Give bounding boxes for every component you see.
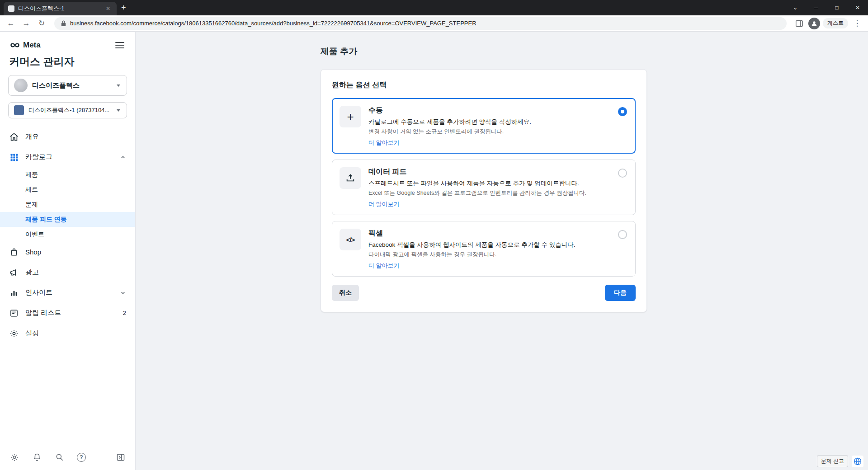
sidebar-item-label: 개요 bbox=[25, 132, 39, 141]
avatar bbox=[808, 18, 820, 29]
address-bar[interactable]: business.facebook.com/commerce/catalogs/… bbox=[54, 17, 787, 30]
browser-toolbar: ← → ↻ business.facebook.com/commerce/cat… bbox=[0, 15, 868, 32]
option-recommendation: 변경 사항이 거의 없는 소규모 인벤토리에 권장됩니다. bbox=[368, 128, 611, 136]
grid-icon bbox=[9, 152, 19, 162]
profile-chip[interactable]: 게스트 bbox=[808, 18, 848, 29]
profile-label: 게스트 bbox=[823, 18, 848, 28]
code-glyph: </> bbox=[346, 236, 355, 244]
card-title: 원하는 옵션 선택 bbox=[332, 80, 636, 90]
notifications-list-icon bbox=[9, 308, 19, 318]
cancel-button[interactable]: 취소 bbox=[332, 285, 359, 301]
sidebar-nav: 개요 카탈로그 제품 세트 문제 제품 피드 연동 이벤트 Shop 광고 bbox=[0, 127, 135, 343]
sidebar-item-notifications[interactable]: 알림 리스트 2 bbox=[0, 303, 135, 323]
tab-favicon bbox=[8, 5, 14, 12]
sidebar-item-sets[interactable]: 세트 bbox=[0, 182, 135, 197]
meta-infinity-icon bbox=[9, 42, 21, 49]
sidebar: Meta 커머스 관리자 디스이즈플렉스 디스이즈플렉스-1 (28737104… bbox=[0, 32, 136, 470]
sidebar-item-insights[interactable]: 인사이트 bbox=[0, 282, 135, 303]
report-problem-button[interactable]: 문제 신고 bbox=[817, 455, 848, 467]
business-name: 디스이즈플렉스 bbox=[32, 81, 111, 90]
learn-more-link[interactable]: 더 알아보기 bbox=[368, 262, 400, 269]
plus-icon: + bbox=[340, 106, 361, 127]
option-manual[interactable]: + 수동 카탈로그에 수동으로 제품을 추가하려면 양식을 작성하세요. 변경 … bbox=[332, 98, 636, 154]
sidebar-item-shop[interactable]: Shop bbox=[0, 242, 135, 262]
option-data-feed[interactable]: 데이터 피드 스프레드시트 또는 파일을 사용하여 제품을 자동으로 추가 및 … bbox=[332, 160, 636, 215]
meta-logo: Meta bbox=[9, 41, 41, 50]
catalog-selector[interactable]: 디스이즈플렉스-1 (28737104... bbox=[8, 102, 127, 118]
option-description: 카탈로그에 수동으로 제품을 추가하려면 양식을 작성하세요. bbox=[368, 118, 611, 126]
sidebar-item-label: 인사이트 bbox=[25, 288, 52, 297]
new-tab-button[interactable]: + bbox=[117, 2, 131, 14]
main-content: 제품 추가 원하는 옵션 선택 + 수동 카탈로그에 수동으로 제품을 추가하려… bbox=[136, 32, 868, 470]
sidebar-item-products[interactable]: 제품 bbox=[0, 167, 135, 182]
chevron-down-icon bbox=[120, 290, 126, 296]
meta-brand-text: Meta bbox=[23, 41, 41, 50]
collapse-panel-icon[interactable] bbox=[115, 452, 126, 463]
search-icon[interactable] bbox=[54, 452, 65, 463]
maximize-button[interactable]: □ bbox=[826, 0, 847, 15]
url-text: business.facebook.com/commerce/catalogs/… bbox=[70, 20, 476, 27]
catalog-thumbnail bbox=[14, 105, 24, 115]
notification-badge: 2 bbox=[123, 310, 126, 316]
globe-icon[interactable] bbox=[852, 456, 863, 467]
sidebar-item-issues[interactable]: 문제 bbox=[0, 197, 135, 212]
page-bottom-right: 문제 신고 bbox=[817, 455, 863, 467]
option-recommendation: Excel 또는 Google Sheets와 같은 프로그램으로 인벤토리를 … bbox=[368, 189, 611, 197]
browser-tabstrip: 디스이즈플렉스-1 ✕ + ⌄ ─ □ ✕ bbox=[0, 0, 868, 15]
gear-icon bbox=[9, 329, 19, 338]
side-panel-icon[interactable] bbox=[793, 17, 806, 30]
code-icon: </> bbox=[340, 229, 361, 250]
radio-data-feed[interactable] bbox=[618, 169, 627, 178]
tab-search-icon[interactable]: ⌄ bbox=[785, 0, 806, 15]
close-window-button[interactable]: ✕ bbox=[847, 0, 868, 15]
hamburger-menu-icon[interactable] bbox=[113, 40, 126, 50]
radio-manual[interactable] bbox=[618, 107, 627, 116]
business-selector[interactable]: 디스이즈플렉스 bbox=[8, 75, 127, 96]
sidebar-item-ads[interactable]: 광고 bbox=[0, 262, 135, 282]
sidebar-item-events[interactable]: 이벤트 bbox=[0, 227, 135, 242]
option-title: 데이터 피드 bbox=[368, 167, 611, 177]
chevron-down-icon bbox=[116, 108, 121, 113]
sidebar-item-label: Shop bbox=[25, 248, 41, 256]
sidebar-item-label: 카탈로그 bbox=[25, 153, 52, 161]
back-button[interactable]: ← bbox=[5, 17, 17, 30]
sidebar-item-label: 알림 리스트 bbox=[25, 309, 61, 317]
sidebar-item-overview[interactable]: 개요 bbox=[0, 127, 135, 147]
option-recommendation: 다이내믹 광고에 픽셀을 사용하는 경우 권장됩니다. bbox=[368, 251, 611, 258]
chevron-down-icon bbox=[116, 83, 121, 88]
browser-menu-icon[interactable]: ⋮ bbox=[851, 17, 863, 30]
help-icon[interactable]: ? bbox=[77, 453, 86, 462]
next-button[interactable]: 다음 bbox=[605, 285, 636, 301]
option-description: Facebook 픽셀을 사용하여 웹사이트의 제품을 자동으로 추가할 수 있… bbox=[368, 241, 611, 249]
megaphone-icon bbox=[9, 268, 19, 277]
settings-gear-icon[interactable] bbox=[9, 452, 20, 463]
home-icon bbox=[9, 132, 19, 142]
option-title: 수동 bbox=[368, 106, 611, 115]
sidebar-header: Meta 커머스 관리자 bbox=[0, 32, 135, 69]
radio-pixel[interactable] bbox=[618, 230, 627, 239]
catalog-name: 디스이즈플렉스-1 (28737104... bbox=[28, 106, 111, 114]
sidebar-item-settings[interactable]: 설정 bbox=[0, 323, 135, 343]
sidebar-bottom-bar: ? bbox=[0, 445, 135, 470]
minimize-button[interactable]: ─ bbox=[806, 0, 826, 15]
page-title: 제품 추가 bbox=[321, 46, 647, 57]
window-controls: ⌄ ─ □ ✕ bbox=[785, 0, 868, 15]
tab-title: 디스이즈플렉스-1 bbox=[18, 5, 100, 13]
lock-icon bbox=[61, 20, 66, 27]
browser-tab[interactable]: 디스이즈플렉스-1 ✕ bbox=[4, 2, 117, 15]
sidebar-item-catalog[interactable]: 카탈로그 bbox=[0, 147, 135, 167]
bar-chart-icon bbox=[9, 288, 19, 298]
learn-more-link[interactable]: 더 알아보기 bbox=[368, 139, 400, 146]
shopping-bag-icon bbox=[9, 247, 19, 257]
sidebar-item-data-sources[interactable]: 제품 피드 연동 bbox=[0, 212, 135, 227]
tab-close-icon[interactable]: ✕ bbox=[104, 5, 112, 13]
bell-icon[interactable] bbox=[32, 452, 42, 463]
learn-more-link[interactable]: 더 알아보기 bbox=[368, 201, 400, 207]
app-title: 커머스 관리자 bbox=[9, 55, 126, 69]
option-title: 픽셀 bbox=[368, 229, 611, 238]
forward-button[interactable]: → bbox=[20, 17, 33, 30]
option-pixel[interactable]: </> 픽셀 Facebook 픽셀을 사용하여 웹사이트의 제품을 자동으로 … bbox=[332, 221, 636, 277]
chevron-up-icon bbox=[120, 154, 126, 160]
reload-button[interactable]: ↻ bbox=[35, 17, 48, 30]
sidebar-item-label: 설정 bbox=[25, 329, 39, 338]
